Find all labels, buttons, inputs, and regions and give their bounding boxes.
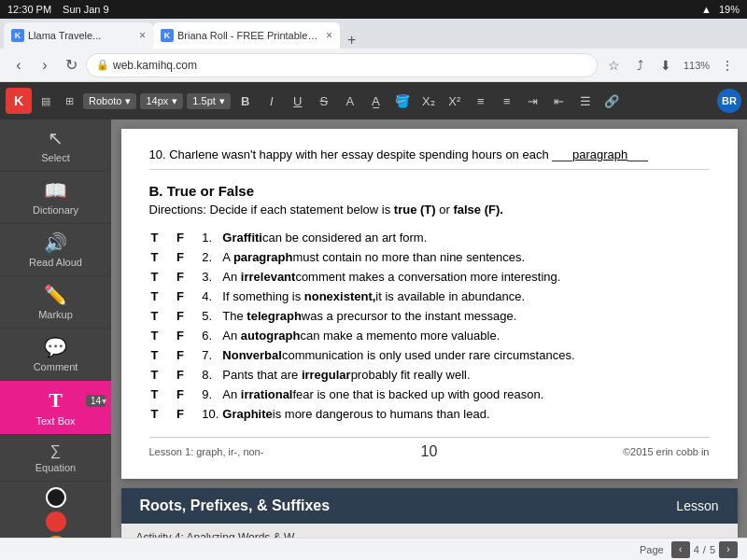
next-page-button[interactable]: › [719,541,738,558]
tab-2[interactable]: K Briana Roll - FREE Printables Week 1-p… [153,22,340,49]
refresh-button[interactable]: ↻ [60,54,82,77]
table-row: T F 9. An irrationalfear is one that is … [149,385,710,404]
item-content: Graffitican be considered an art form. [220,228,709,247]
read-aloud-icon: 🔊 [44,231,67,254]
table-row: T F 6. An autographcan make a memento mo… [149,326,710,345]
status-bar-right: ▲ 19% [701,4,740,15]
page-separator: / [703,544,706,555]
sidebar-item-text-box[interactable]: T 14 ▾ Text Box [0,381,111,435]
status-bar-left: 12:30 PM Sun Jan 9 [7,4,109,15]
line-spacing-selector[interactable]: 1.5pt ▾ [187,93,230,109]
font-size-selector[interactable]: 14px ▾ [140,93,183,109]
highlight-button[interactable]: A̲ [365,90,388,112]
false-label: F [175,326,200,345]
section-b: B. True or False Directions: Decide if e… [149,183,710,424]
align-button[interactable]: ☰ [574,90,597,112]
italic-button[interactable]: I [261,90,283,112]
item-num: 6. [200,326,220,345]
battery: 19% [719,4,740,15]
prev-page-button[interactable]: ‹ [671,541,690,558]
next-page-subtitle: Lesson [676,498,718,513]
table-row: T F 5. The telegraphwas a precursor to t… [149,306,710,326]
zoom-level[interactable]: 113% [680,53,713,77]
user-avatar: BR [717,89,741,113]
sidebar-item-comment[interactable]: 💬 Comment [0,329,111,381]
table-row: T F 10. Graphiteis more dangerous to hum… [149,404,710,424]
sidebar-item-equation[interactable]: ∑ Equation [0,435,111,482]
view-menu[interactable]: ⊞ [60,88,79,114]
subscript-button[interactable]: X₂ [417,90,440,112]
item-content: Graphiteis more dangerous to humans than… [220,404,709,424]
document-area: 10. Charlene wasn't happy with her essay… [111,119,747,538]
false-label: F [175,287,200,306]
section-b-title: B. True or False [149,183,710,199]
true-label: T [149,404,175,424]
text-color-button[interactable]: A [339,90,361,112]
download-icon[interactable]: ⬇ [654,53,678,77]
true-label: T [149,228,175,247]
color-red[interactable] [46,511,66,532]
dictionary-label: Dictionary [33,204,78,216]
sidebar-item-read-aloud[interactable]: 🔊 Read Aloud [0,224,111,276]
lock-icon: 🔒 [96,59,109,71]
footer-left: Lesson 1: graph, ir-, non- [149,446,336,457]
file-menu[interactable]: ▤ [35,88,56,114]
tab-1[interactable]: K Llama Travele... × [4,22,153,49]
true-label: T [149,345,175,365]
indent-button[interactable]: ⇥ [522,90,544,112]
color-black[interactable] [46,487,66,508]
text-box-label: Text Box [35,415,75,427]
false-label: F [175,385,200,404]
item-num: 1. [200,228,220,247]
share-icon[interactable]: ⤴ [627,53,652,77]
new-tab-button[interactable]: + [344,32,359,49]
next-page-header: Roots, Prefixes, & Suffixes Lesson [121,488,738,524]
main-container: ↖ Select 📖 Dictionary 🔊 Read Aloud ✏️ Ma… [0,119,747,538]
unordered-list-button[interactable]: ≡ [496,90,518,112]
font-name: Roboto [89,95,121,106]
tab-2-close[interactable]: × [326,29,332,42]
page-label: Page [640,544,664,555]
text-box-dropdown[interactable]: ▾ [102,396,106,406]
font-selector[interactable]: Roboto ▾ [83,93,136,109]
ordered-list-button[interactable]: ≡ [470,90,492,112]
table-row: T F 8. Pants that are irregularprobably … [149,365,710,385]
fill-button[interactable]: 🪣 [391,90,414,112]
item-content: An irrationalfear is one that is backed … [220,385,709,404]
link-button[interactable]: 🔗 [600,90,623,112]
true-label: T [149,326,175,345]
back-button[interactable]: ‹ [7,54,30,77]
item-num: 10. [200,404,220,424]
item-num: 8. [200,365,220,385]
outdent-button[interactable]: ⇤ [548,90,571,112]
underline-button[interactable]: U [287,90,309,112]
text-box-icon: T [49,388,63,413]
superscript-button[interactable]: X² [444,90,466,112]
item-num: 3. [200,267,220,287]
forward-button[interactable]: › [34,54,56,77]
item-10-blank: paragraph [572,147,627,161]
true-label: T [149,385,175,404]
sidebar-item-select[interactable]: ↖ Select [0,119,111,172]
table-row: T F 4. If something is nonexistent,it is… [149,287,710,306]
bold-button[interactable]: B [234,90,257,112]
true-label: T [149,306,175,326]
bookmark-icon[interactable]: ☆ [601,53,626,77]
settings-icon[interactable]: ⋮ [715,53,740,77]
sidebar-item-dictionary[interactable]: 📖 Dictionary [0,172,111,224]
tab-1-close[interactable]: × [139,29,146,42]
read-aloud-label: Read Aloud [29,257,82,268]
url-text: web.kamihq.com [113,59,587,72]
sidebar-item-markup[interactable]: ✏️ Markup [0,276,111,329]
item-num: 2. [200,247,220,267]
font-dropdown-icon: ▾ [125,95,131,107]
size-dropdown-icon: ▾ [172,95,177,107]
item-num: 4. [200,287,220,306]
url-bar[interactable]: 🔒 web.kamihq.com [86,53,598,77]
total-pages: 5 [710,544,715,555]
item-content: Nonverbalcommunication is only used unde… [220,345,709,365]
item-num: 9. [200,385,220,404]
strikethrough-button[interactable]: S [313,90,335,112]
table-row: T F 7. Nonverbalcommunication is only us… [149,345,710,365]
app-logo: K [6,88,32,114]
